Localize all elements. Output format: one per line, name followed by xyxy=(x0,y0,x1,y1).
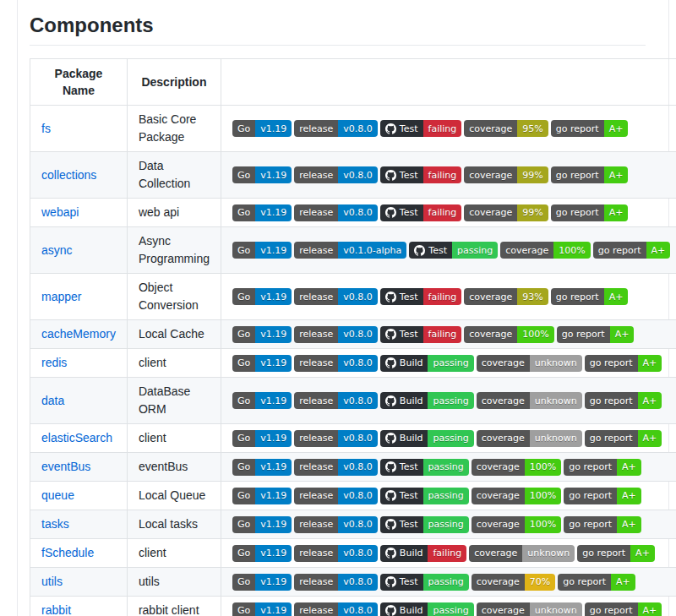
package-link[interactable]: collections xyxy=(41,168,96,182)
coverage-badge[interactable]: coverage95% xyxy=(464,120,548,137)
github-icon xyxy=(414,245,425,256)
go-version-badge[interactable]: Gov1.19 xyxy=(232,574,292,591)
release-badge[interactable]: releasev0.8.0 xyxy=(294,602,378,616)
release-badge[interactable]: releasev0.8.0 xyxy=(294,516,378,533)
package-link[interactable]: utils xyxy=(41,575,63,588)
release-badge[interactable]: releasev0.8.0 xyxy=(294,166,378,183)
go-version-badge[interactable]: Gov1.19 xyxy=(232,166,292,183)
ci-status-badge[interactable]: Testfailing xyxy=(380,204,461,221)
go-report-badge[interactable]: go reportA+ xyxy=(577,545,655,562)
package-link[interactable]: fs xyxy=(41,122,51,135)
coverage-badge[interactable]: coverage99% xyxy=(464,204,548,221)
package-link[interactable]: webapi xyxy=(41,205,79,219)
package-link[interactable]: elasticSearch xyxy=(41,431,112,444)
ci-status-badge[interactable]: Testpassing xyxy=(380,516,469,533)
release-badge[interactable]: releasev0.8.0 xyxy=(294,430,378,447)
coverage-label-text: coverage xyxy=(505,242,548,259)
ci-status-badge[interactable]: Testfailing xyxy=(380,288,461,305)
go-version-badge[interactable]: Gov1.19 xyxy=(232,488,292,504)
coverage-badge[interactable]: coverage100% xyxy=(472,516,562,533)
go-report-badge[interactable]: go reportA+ xyxy=(564,516,641,533)
go-label: Go xyxy=(232,204,255,221)
go-report-badge[interactable]: go reportA+ xyxy=(585,430,662,447)
go-version-badge[interactable]: Gov1.19 xyxy=(232,430,292,447)
coverage-badge[interactable]: coverage99% xyxy=(464,166,548,183)
ci-status-badge[interactable]: Testfailing xyxy=(380,120,461,137)
ci-status-badge[interactable]: Buildfailing xyxy=(380,545,466,562)
coverage-badge[interactable]: coverageunknown xyxy=(469,545,575,562)
package-link[interactable]: data xyxy=(41,394,64,407)
go-version-badge[interactable]: Gov1.19 xyxy=(232,545,292,562)
release-badge[interactable]: releasev0.8.0 xyxy=(294,545,378,562)
ci-status-badge[interactable]: Buildpassing xyxy=(380,602,474,616)
package-link[interactable]: queue xyxy=(41,488,74,502)
release-badge[interactable]: releasev0.8.0 xyxy=(294,120,378,137)
go-report-badge[interactable]: go reportA+ xyxy=(551,288,629,305)
package-link[interactable]: eventBus xyxy=(41,460,90,473)
ci-status-badge[interactable]: Testpassing xyxy=(380,488,469,504)
release-badge[interactable]: releasev0.1.0-alpha xyxy=(294,242,406,259)
go-version-badge[interactable]: Gov1.19 xyxy=(232,602,292,616)
go-version-badge[interactable]: Gov1.19 xyxy=(232,459,292,476)
ci-status-badge[interactable]: Buildpassing xyxy=(380,392,474,409)
release-badge[interactable]: releasev0.8.0 xyxy=(294,326,378,343)
package-link[interactable]: cacheMemory xyxy=(41,327,116,341)
ci-status-badge[interactable]: Buildpassing xyxy=(380,355,474,372)
package-link[interactable]: tasks xyxy=(41,517,69,531)
ci-status-badge[interactable]: Testfailing xyxy=(380,166,461,183)
release-badge[interactable]: releasev0.8.0 xyxy=(294,392,378,409)
go-version-badge[interactable]: Gov1.19 xyxy=(232,355,292,372)
coverage-badge[interactable]: coverageunknown xyxy=(477,430,582,447)
package-link[interactable]: mapper xyxy=(41,290,81,303)
go-report-badge[interactable]: go reportA+ xyxy=(585,602,662,616)
go-report-badge[interactable]: go reportA+ xyxy=(585,355,662,372)
go-version-badge[interactable]: Gov1.19 xyxy=(232,392,292,409)
ci-status-badge[interactable]: Testpassing xyxy=(409,242,498,259)
go-version-badge[interactable]: Gov1.19 xyxy=(232,516,292,533)
go-version-badge[interactable]: Gov1.19 xyxy=(232,288,292,305)
go-report-badge[interactable]: go reportA+ xyxy=(551,166,629,183)
ci-status-badge[interactable]: Testfailing xyxy=(380,326,461,343)
go-report-badge[interactable]: go reportA+ xyxy=(593,242,671,259)
go-label: Go xyxy=(232,459,255,476)
package-link[interactable]: fSchedule xyxy=(41,546,94,559)
go-report-badge[interactable]: go reportA+ xyxy=(585,392,662,409)
github-icon xyxy=(385,461,396,472)
package-link[interactable]: async xyxy=(41,243,73,257)
release-version: v0.8.0 xyxy=(338,326,378,343)
release-badge[interactable]: releasev0.8.0 xyxy=(294,355,378,372)
coverage-badge[interactable]: coverage93% xyxy=(464,288,548,305)
coverage-badge[interactable]: coverage100% xyxy=(500,242,591,259)
ci-status-badge[interactable]: Testpassing xyxy=(380,459,469,476)
coverage-badge[interactable]: coverageunknown xyxy=(477,602,582,616)
ci-status-badge[interactable]: Buildpassing xyxy=(380,430,474,447)
go-version-badge[interactable]: Gov1.19 xyxy=(232,326,292,343)
go-version-badge[interactable]: Gov1.19 xyxy=(232,120,292,137)
release-badge[interactable]: releasev0.8.0 xyxy=(294,204,378,221)
go-report-badge[interactable]: go reportA+ xyxy=(551,204,629,221)
coverage-badge[interactable]: coverageunknown xyxy=(477,355,582,372)
go-report-badge[interactable]: go reportA+ xyxy=(564,488,641,504)
ci-status: passing xyxy=(423,488,469,504)
go-version-badge[interactable]: Gov1.19 xyxy=(232,204,292,221)
release-label-text: release xyxy=(299,204,333,221)
package-link[interactable]: redis xyxy=(41,356,67,369)
go-report-badge[interactable]: go reportA+ xyxy=(557,326,635,343)
release-label-text: release xyxy=(299,166,333,183)
coverage-badge[interactable]: coverage100% xyxy=(472,488,562,504)
release-badge[interactable]: releasev0.8.0 xyxy=(294,459,378,476)
go-report-badge[interactable]: go reportA+ xyxy=(558,574,635,591)
go-label-text: Go xyxy=(237,326,250,343)
coverage-badge[interactable]: coverage70% xyxy=(472,574,556,591)
package-link[interactable]: rabbit xyxy=(41,603,71,616)
release-badge[interactable]: releasev0.8.0 xyxy=(294,288,378,305)
coverage-badge[interactable]: coverage100% xyxy=(472,459,562,476)
coverage-badge[interactable]: coverage100% xyxy=(464,326,554,343)
go-version-badge[interactable]: Gov1.19 xyxy=(232,242,292,259)
release-badge[interactable]: releasev0.8.0 xyxy=(294,488,378,504)
coverage-badge[interactable]: coverageunknown xyxy=(477,392,582,409)
go-report-badge[interactable]: go reportA+ xyxy=(564,459,641,476)
release-badge[interactable]: releasev0.8.0 xyxy=(294,574,378,591)
ci-status-badge[interactable]: Testpassing xyxy=(380,574,469,591)
go-report-badge[interactable]: go reportA+ xyxy=(551,120,629,137)
